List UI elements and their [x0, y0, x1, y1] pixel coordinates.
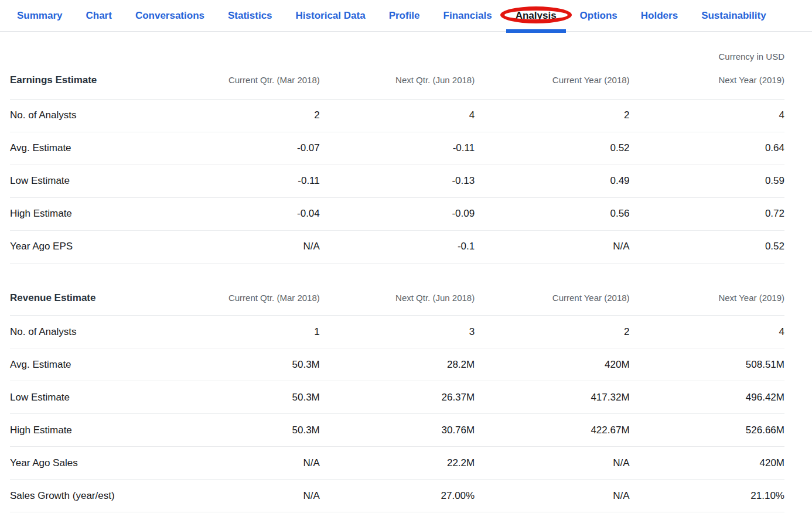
table-row: Year Ago Sales N/A 22.2M N/A 420M — [10, 447, 784, 480]
row-label: Avg. Estimate — [10, 132, 165, 165]
earnings-estimate-table: Earnings Estimate Current Qtr. (Mar 2018… — [10, 61, 784, 264]
cell-value: 526.66M — [630, 414, 784, 447]
tab-historical-data[interactable]: Historical Data — [296, 0, 366, 31]
row-label: Low Estimate — [10, 165, 165, 197]
cell-value: 4 — [320, 99, 475, 132]
revenue-estimate-table: Revenue Estimate Current Qtr. (Mar 2018)… — [10, 281, 784, 513]
cell-value: 0.52 — [630, 230, 784, 263]
tab-conversations[interactable]: Conversations — [135, 0, 204, 31]
cell-value: -0.09 — [320, 197, 475, 230]
row-label: No. of Analysts — [10, 99, 165, 132]
revenue-section-title: Revenue Estimate — [10, 281, 165, 316]
cell-value: N/A — [165, 480, 319, 512]
cell-value: 30.76M — [320, 414, 475, 447]
cell-value: -0.11 — [320, 132, 475, 165]
tab-profile[interactable]: Profile — [389, 0, 420, 31]
cell-value: 2 — [165, 99, 319, 132]
column-header-next-qtr: Next Qtr. (Jun 2018) — [320, 281, 475, 316]
cell-value: 0.72 — [630, 197, 784, 230]
cell-value: 50.3M — [165, 348, 319, 381]
row-label: No. of Analysts — [10, 316, 165, 348]
tab-statistics[interactable]: Statistics — [228, 0, 272, 31]
table-row: Avg. Estimate -0.07 -0.11 0.52 0.64 — [10, 132, 784, 165]
row-label: Year Ago Sales — [10, 447, 165, 480]
cell-value: 50.3M — [165, 381, 319, 414]
cell-value: 27.00% — [320, 480, 475, 512]
table-row: No. of Analysts 2 4 2 4 — [10, 99, 784, 132]
row-label: High Estimate — [10, 414, 165, 447]
revenue-header-row: Revenue Estimate Current Qtr. (Mar 2018)… — [10, 281, 784, 316]
tab-financials[interactable]: Financials — [443, 0, 492, 31]
cell-value: 422.67M — [475, 414, 629, 447]
cell-value: 0.64 — [630, 132, 784, 165]
column-header-current-qtr: Current Qtr. (Mar 2018) — [165, 61, 319, 99]
cell-value: -0.1 — [320, 230, 475, 263]
cell-value: 28.2M — [320, 348, 475, 381]
cell-value: 508.51M — [630, 348, 784, 381]
cell-value: -0.07 — [165, 132, 319, 165]
cell-value: -0.13 — [320, 165, 475, 197]
table-row: No. of Analysts 1 3 2 4 — [10, 316, 784, 348]
table-row: High Estimate 50.3M 30.76M 422.67M 526.6… — [10, 414, 784, 447]
cell-value: 420M — [630, 447, 784, 480]
cell-value: 0.59 — [630, 165, 784, 197]
cell-value: 0.56 — [475, 197, 629, 230]
cell-value: 26.37M — [320, 381, 475, 414]
cell-value: 1 — [165, 316, 319, 348]
row-label: Year Ago EPS — [10, 230, 165, 263]
cell-value: 0.52 — [475, 132, 629, 165]
table-row: Avg. Estimate 50.3M 28.2M 420M 508.51M — [10, 348, 784, 381]
table-row: Low Estimate -0.11 -0.13 0.49 0.59 — [10, 165, 784, 197]
cell-value: 22.2M — [320, 447, 475, 480]
cell-value: N/A — [475, 480, 629, 512]
cell-value: 420M — [475, 348, 629, 381]
cell-value: 21.10% — [630, 480, 784, 512]
cell-value: 4 — [630, 316, 784, 348]
cell-value: 3 — [320, 316, 475, 348]
column-header-current-year: Current Year (2018) — [475, 281, 629, 316]
table-row: Sales Growth (year/est) N/A 27.00% N/A 2… — [10, 480, 784, 512]
column-header-current-qtr: Current Qtr. (Mar 2018) — [165, 281, 319, 316]
active-tab-indicator — [506, 29, 566, 33]
cell-value: 0.49 — [475, 165, 629, 197]
table-row: Year Ago EPS N/A -0.1 N/A 0.52 — [10, 230, 784, 263]
currency-note: Currency in USD — [0, 52, 784, 61]
tab-sustainability[interactable]: Sustainability — [701, 0, 766, 31]
cell-value: N/A — [475, 447, 629, 480]
cell-value: 2 — [475, 316, 629, 348]
cell-value: 417.32M — [475, 381, 629, 414]
tab-analysis[interactable]: Analysis — [516, 0, 557, 31]
cell-value: N/A — [165, 447, 319, 480]
cell-value: 2 — [475, 99, 629, 132]
column-header-next-year: Next Year (2019) — [630, 61, 784, 99]
column-header-next-qtr: Next Qtr. (Jun 2018) — [320, 61, 475, 99]
row-label: Sales Growth (year/est) — [10, 480, 165, 512]
column-header-current-year: Current Year (2018) — [475, 61, 629, 99]
earnings-section-title: Earnings Estimate — [10, 61, 165, 99]
column-header-next-year: Next Year (2019) — [630, 281, 784, 316]
tab-options[interactable]: Options — [580, 0, 617, 31]
tab-bar: Summary Chart Conversations Statistics H… — [0, 0, 812, 32]
tab-holders[interactable]: Holders — [641, 0, 678, 31]
cell-value: -0.11 — [165, 165, 319, 197]
tab-analysis-label: Analysis — [516, 10, 557, 22]
tab-chart[interactable]: Chart — [86, 0, 111, 31]
earnings-header-row: Earnings Estimate Current Qtr. (Mar 2018… — [10, 61, 784, 99]
row-label: Low Estimate — [10, 381, 165, 414]
cell-value: 4 — [630, 99, 784, 132]
table-row: High Estimate -0.04 -0.09 0.56 0.72 — [10, 197, 784, 230]
cell-value: N/A — [165, 230, 319, 263]
table-row: Low Estimate 50.3M 26.37M 417.32M 496.42… — [10, 381, 784, 414]
row-label: Avg. Estimate — [10, 348, 165, 381]
cell-value: -0.04 — [165, 197, 319, 230]
row-label: High Estimate — [10, 197, 165, 230]
tab-summary[interactable]: Summary — [17, 0, 62, 31]
cell-value: 50.3M — [165, 414, 319, 447]
cell-value: 496.42M — [630, 381, 784, 414]
cell-value: N/A — [475, 230, 629, 263]
